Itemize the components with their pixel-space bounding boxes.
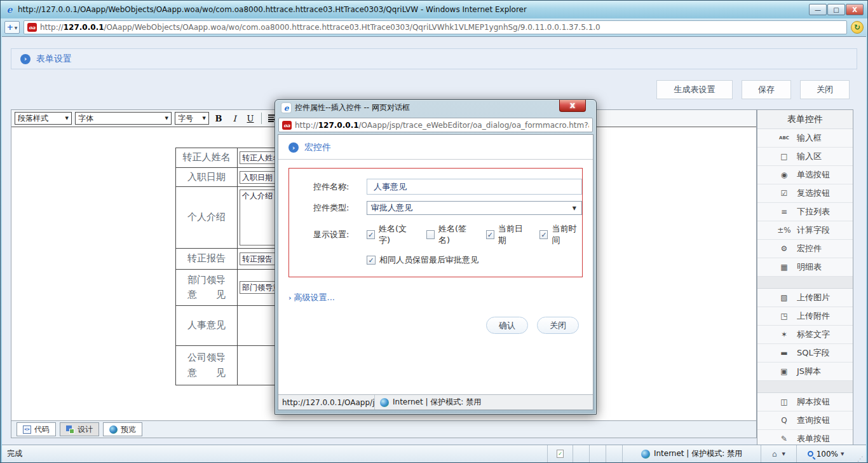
confirm-button[interactable]: 确认: [486, 317, 528, 334]
paragraph-style-select[interactable]: 段落样式 ▼: [15, 112, 72, 125]
checkbox-name-text[interactable]: ✓: [367, 230, 375, 239]
upload-image-icon: ▧: [776, 293, 792, 302]
globe-icon: [109, 425, 118, 434]
radio-icon: ◉: [776, 170, 792, 179]
sidebar-item-dropdown-list[interactable]: ≡ 下拉列表: [757, 203, 853, 221]
site-logo-icon: oa: [27, 23, 37, 32]
label-text-icon: ✶: [776, 330, 792, 339]
checkbox-current-time[interactable]: ✓: [539, 230, 548, 239]
zone-cell: Internet | 保护模式: 禁用: [622, 445, 761, 462]
font-size-select[interactable]: 字号 ▼: [175, 112, 209, 125]
sidebar-item-input-box[interactable]: ABC 输入框: [757, 129, 853, 148]
sidebar-separator: [757, 381, 853, 393]
sidebar-item-label-text[interactable]: ✶ 标签文字: [757, 326, 853, 344]
maximize-button[interactable]: □: [827, 4, 845, 15]
textarea-icon: □: [776, 152, 792, 161]
dialog-body: › 宏控件 控件名称: 人事意见 控件类型: 审批人意见 ▼ 显示设置:: [278, 134, 593, 410]
status-cell: [589, 445, 606, 462]
sidebar-item-detail-table[interactable]: ▦ 明细表: [757, 258, 853, 277]
tab-design[interactable]: 设计: [60, 422, 99, 436]
row-label: 部门领导 意 见: [176, 270, 238, 306]
check-icon: ✓: [541, 232, 546, 238]
tab-design-label: 设计: [78, 424, 93, 435]
sidebar-item-upload-image[interactable]: ▧ 上传图片: [757, 289, 853, 307]
control-type-select[interactable]: 审批人意见 ▼: [367, 201, 582, 215]
dialog-title: 控件属性--插入控件 -- 网页对话框: [295, 102, 410, 113]
dialog-status-bar: http://127.0.0.1/OAapp/jsp/t Internet | …: [278, 394, 593, 410]
row-label: 转正报告: [176, 249, 238, 270]
dialog-url-field: oa http://127.0.0.1/OAapp/jsp/trace_eWeb…: [278, 118, 593, 132]
sidebar-item-radio-button[interactable]: ◉ 单选按钮: [757, 166, 853, 184]
search-icon: Q: [776, 416, 792, 425]
dialog-status-url: http://127.0.0.1/OAapp/jsp/t: [278, 395, 375, 410]
resize-grip[interactable]: ⋰: [855, 455, 866, 462]
action-buttons: 生成表设置 保存 关闭: [656, 80, 850, 99]
tab-preview[interactable]: 预览: [103, 422, 142, 436]
calc-field-icon: ±%: [776, 226, 792, 235]
upload-attachment-icon: ◳: [776, 312, 792, 321]
italic-button[interactable]: I: [228, 112, 241, 125]
sidebar-title: 表单控件: [757, 110, 853, 129]
globe-icon: [380, 398, 389, 407]
macro-settings-panel: 控件名称: 人事意见 控件类型: 审批人意见 ▼ 显示设置: ✓ 姓名(: [288, 168, 583, 277]
sidebar-item-macro-control[interactable]: ⚙ 宏控件: [757, 240, 853, 258]
sidebar-item-form-button[interactable]: ✎ 表单按钮: [757, 430, 853, 445]
sidebar-item-checkbox-button[interactable]: ☑ 复选按钮: [757, 184, 853, 203]
checkbox-label: 当前时间: [552, 223, 582, 246]
control-name-label: 控件名称:: [313, 181, 367, 193]
checkbox-name-signature[interactable]: ✓: [426, 230, 435, 239]
macro-control-header: › 宏控件: [278, 135, 593, 160]
page-title: 表单设置: [36, 53, 72, 65]
checkbox-keep-last-opinion[interactable]: ✓: [367, 256, 376, 265]
underline-button[interactable]: U: [244, 112, 257, 125]
save-button[interactable]: 保存: [742, 80, 791, 99]
zoom-control[interactable]: 100% ▼: [796, 445, 855, 462]
check-icon: ✓: [368, 257, 374, 264]
sidebar-item-calc-field[interactable]: ±% 计算字段: [757, 221, 853, 240]
refresh-button[interactable]: ↻: [851, 21, 864, 34]
sidebar-item-label: 查询按钮: [797, 415, 830, 426]
sidebar-item-label: 复选按钮: [797, 188, 830, 199]
sidebar-item-label: 标签文字: [797, 329, 830, 340]
close-button[interactable]: X: [846, 4, 864, 15]
status-cell: [573, 445, 589, 462]
checkbox-current-date[interactable]: ✓: [486, 230, 494, 239]
address-bar: + ▼ oa http://127.0.0.1/OAapp/WebObjects…: [1, 18, 867, 36]
chevron-down-icon: ▼: [15, 25, 18, 30]
sidebar-item-script-button[interactable]: ◫ 脚本按钮: [757, 393, 853, 411]
url-field[interactable]: oa http://127.0.0.1/OAapp/WebObjects/OAa…: [24, 20, 847, 34]
favorites-add-button[interactable]: + ▼: [4, 21, 20, 34]
sidebar-item-label: JS脚本: [797, 366, 821, 377]
form-controls-sidebar: 表单控件 ABC 输入框 □ 输入区 ◉ 单选按钮 ☑ 复选按钮 ≡ 下拉列表: [757, 109, 853, 445]
close-page-button[interactable]: 关闭: [800, 80, 850, 99]
sidebar-item-input-area[interactable]: □ 输入区: [757, 148, 853, 166]
dialog-status-zone: Internet | 保护模式: 禁用: [375, 397, 481, 408]
sidebar-item-upload-attachment[interactable]: ◳ 上传附件: [757, 307, 853, 326]
advanced-settings-link[interactable]: › 高级设置...: [288, 292, 593, 303]
sidebar-item-label: 表单按钮: [797, 433, 830, 445]
dialog-close-button[interactable]: X: [559, 100, 586, 112]
minimize-button[interactable]: —: [809, 4, 827, 15]
sidebar-item-js-script[interactable]: ▣ JS脚本: [757, 363, 853, 381]
code-icon: <>: [23, 425, 31, 434]
dialog-zone-text: Internet | 保护模式: 禁用: [393, 397, 481, 408]
row-label: 入职日期: [176, 168, 238, 187]
protected-mode-cell[interactable]: ⌂ ▼: [761, 445, 796, 462]
sidebar-item-label: 下拉列表: [797, 206, 830, 218]
bold-button[interactable]: B: [212, 112, 225, 125]
input-box-icon: ABC: [776, 135, 792, 141]
generate-table-settings-button[interactable]: 生成表设置: [656, 80, 733, 99]
sidebar-item-query-button[interactable]: Q 查询按钮: [757, 411, 853, 430]
dialog-close-action-button[interactable]: 关闭: [537, 317, 579, 334]
chevron-down-icon: ▼: [573, 205, 576, 211]
sidebar-item-label: 计算字段: [797, 225, 830, 236]
form-button-icon: ✎: [776, 434, 792, 443]
sidebar-item-sql-field[interactable]: ▬ SQL字段: [757, 344, 853, 363]
dialog-actions: 确认 关闭: [278, 317, 593, 334]
toolbar-separator: [261, 113, 262, 124]
tab-code[interactable]: <> 代码: [17, 422, 56, 436]
sidebar-item-label: 明细表: [797, 261, 822, 273]
font-select[interactable]: 字体 ▼: [75, 112, 172, 125]
control-name-input[interactable]: 人事意见: [367, 179, 582, 195]
control-properties-dialog: e 控件属性--插入控件 -- 网页对话框 X oa http://127.0.…: [275, 99, 597, 415]
